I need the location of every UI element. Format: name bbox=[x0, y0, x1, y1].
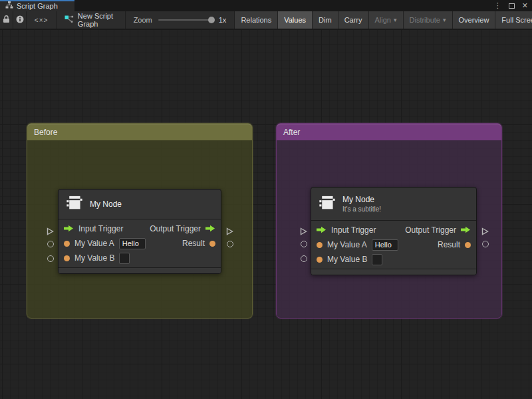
dim-label: Dim bbox=[319, 16, 332, 24]
tab-accent-bar bbox=[0, 0, 74, 1]
value-b-port-icon[interactable] bbox=[64, 255, 70, 261]
unit-icon bbox=[318, 194, 336, 215]
result-port-icon[interactable] bbox=[209, 241, 215, 247]
info-icon bbox=[16, 15, 24, 25]
port-row-value-a: My Value A Result bbox=[59, 236, 221, 251]
values-button[interactable]: Values bbox=[278, 11, 313, 29]
value-a-port-icon[interactable] bbox=[64, 241, 70, 247]
value-a-port-icon[interactable] bbox=[317, 242, 323, 248]
input-trigger-port-icon[interactable] bbox=[64, 223, 74, 235]
external-trigger-port-icon[interactable] bbox=[481, 226, 489, 238]
zoom-control: Zoom 1x bbox=[126, 11, 235, 29]
input-trigger-label: Input Trigger bbox=[331, 225, 376, 235]
value-b-input[interactable] bbox=[119, 253, 130, 264]
group-after-header[interactable]: After bbox=[277, 124, 501, 140]
output-trigger-port-icon[interactable] bbox=[461, 224, 471, 236]
value-a-input[interactable] bbox=[372, 239, 398, 251]
distribute-label: Distribute bbox=[410, 16, 440, 24]
port-row-triggers: Input Trigger Output Trigger bbox=[311, 223, 476, 237]
value-b-label: My Value B bbox=[327, 255, 367, 264]
value-a-input[interactable] bbox=[119, 238, 146, 249]
node-title: My Node bbox=[342, 195, 381, 204]
value-a-label: My Value A bbox=[327, 240, 367, 249]
external-value-port-icon[interactable] bbox=[227, 241, 233, 247]
tab-script-graph[interactable]: Script Graph bbox=[0, 0, 74, 11]
value-b-input[interactable] bbox=[372, 254, 382, 265]
node-subtitle: It's a subtitle! bbox=[342, 205, 381, 213]
zoom-label: Zoom bbox=[134, 16, 152, 24]
window-controls: ⋮ ✕ bbox=[494, 0, 528, 11]
node-ports: Input Trigger Output Trigger My Value A bbox=[59, 219, 221, 267]
graph-canvas[interactable]: Before After bbox=[0, 30, 532, 399]
input-trigger-port-icon[interactable] bbox=[317, 224, 327, 236]
align-label: Align bbox=[375, 16, 391, 24]
lock-button[interactable] bbox=[0, 11, 13, 29]
tab-label: Script Graph bbox=[17, 2, 58, 10]
value-b-port-icon[interactable] bbox=[317, 257, 323, 263]
window-close-button[interactable]: ✕ bbox=[522, 1, 528, 10]
node-my-node-after[interactable]: My Node It's a subtitle! Input Trigger O… bbox=[311, 187, 477, 275]
node-footer bbox=[59, 267, 221, 273]
script-graph-window: Script Graph ⋮ ✕ bbox=[0, 0, 532, 399]
tab-bar: Script Graph ⋮ ✕ bbox=[0, 0, 532, 11]
input-trigger-label: Input Trigger bbox=[78, 224, 123, 233]
dim-button[interactable]: Dim bbox=[313, 11, 338, 29]
align-dropdown: Align ▾ bbox=[369, 11, 404, 29]
external-value-port-icon[interactable] bbox=[47, 241, 54, 247]
node-header[interactable]: My Node bbox=[59, 190, 221, 219]
distribute-dropdown: Distribute ▾ bbox=[404, 11, 453, 29]
graph-edge-icon bbox=[65, 15, 74, 25]
group-after-label: After bbox=[283, 128, 300, 137]
relations-label: Relations bbox=[241, 16, 271, 24]
result-port-icon[interactable] bbox=[465, 242, 471, 248]
group-before-header[interactable]: Before bbox=[27, 124, 252, 140]
output-trigger-label: Output Trigger bbox=[405, 225, 456, 235]
external-value-port-icon[interactable] bbox=[301, 241, 307, 247]
port-row-value-a: My Value A Result bbox=[311, 237, 476, 252]
code-icon: <×> bbox=[35, 17, 49, 24]
window-maximize-button[interactable] bbox=[509, 3, 515, 9]
group-before-label: Before bbox=[34, 128, 57, 137]
node-header[interactable]: My Node It's a subtitle! bbox=[311, 188, 476, 221]
full-screen-button[interactable]: Full Screen bbox=[495, 11, 532, 29]
external-value-port-icon[interactable] bbox=[301, 255, 307, 262]
external-trigger-port-icon[interactable] bbox=[300, 226, 307, 238]
carry-button[interactable]: Carry bbox=[338, 11, 369, 29]
carry-label: Carry bbox=[344, 16, 362, 24]
toolbar: <×> New Script Graph Zoom 1x Relatio bbox=[0, 11, 532, 29]
graph-name-label: New Script Graph bbox=[78, 12, 117, 28]
graph-breadcrumb[interactable]: New Script Graph bbox=[57, 11, 126, 29]
value-a-label: My Value A bbox=[74, 239, 114, 248]
external-value-port-icon[interactable] bbox=[47, 255, 54, 262]
node-footer bbox=[311, 269, 476, 275]
zoom-value: 1x bbox=[219, 16, 227, 24]
overview-label: Overview bbox=[459, 16, 489, 24]
node-ports: Input Trigger Output Trigger My Value A bbox=[311, 221, 476, 269]
chevron-down-icon: ▾ bbox=[443, 17, 446, 23]
window-menu-button[interactable]: ⋮ bbox=[494, 1, 501, 10]
values-label: Values bbox=[284, 16, 306, 24]
port-row-value-b: My Value B bbox=[59, 251, 221, 265]
external-trigger-port-icon[interactable] bbox=[226, 226, 233, 238]
lock-icon bbox=[3, 15, 10, 25]
unit-icon bbox=[65, 194, 84, 215]
value-b-label: My Value B bbox=[74, 253, 114, 263]
overview-button[interactable]: Overview bbox=[453, 11, 496, 29]
zoom-slider[interactable] bbox=[158, 19, 213, 21]
result-label: Result bbox=[438, 240, 460, 249]
output-trigger-label: Output Trigger bbox=[150, 224, 201, 233]
output-trigger-port-icon[interactable] bbox=[205, 223, 215, 235]
port-row-value-b: My Value B bbox=[311, 252, 476, 267]
external-value-port-icon[interactable] bbox=[482, 241, 489, 247]
graph-hierarchy-icon bbox=[5, 1, 13, 10]
relations-button[interactable]: Relations bbox=[235, 11, 278, 29]
code-preview-button[interactable]: <×> bbox=[27, 11, 57, 29]
node-my-node-before[interactable]: My Node Input Trigger Output Trigger bbox=[58, 189, 221, 274]
chevron-down-icon: ▾ bbox=[394, 17, 397, 23]
external-trigger-port-icon[interactable] bbox=[47, 226, 54, 238]
node-title: My Node bbox=[90, 200, 122, 209]
zoom-slider-knob[interactable] bbox=[208, 17, 215, 23]
full-screen-label: Full Screen bbox=[501, 16, 532, 24]
info-button[interactable] bbox=[13, 11, 27, 29]
result-label: Result bbox=[182, 239, 205, 248]
